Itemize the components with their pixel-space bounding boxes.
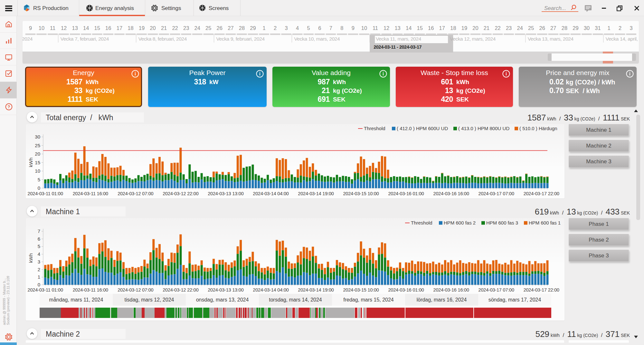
svg-text:2024-03-17 22:00: 2024-03-17 22:00 (524, 287, 559, 292)
svg-text:2024-03-11 01:00: 2024-03-11 01:00 (28, 287, 63, 292)
svg-text:2024-03-16 16:00: 2024-03-16 16:00 (433, 287, 469, 292)
svg-text:2024-03-12 07:00: 2024-03-12 07:00 (118, 287, 153, 292)
svg-text:2024-03-17 07:00: 2024-03-17 07:00 (478, 287, 514, 292)
svg-text:kWh: kWh (28, 253, 33, 263)
svg-text:1: 1 (38, 274, 40, 280)
svg-text:2024-03-16 01:00: 2024-03-16 01:00 (388, 287, 424, 292)
svg-text:2024-03-15 10:00: 2024-03-15 10:00 (343, 287, 379, 292)
svg-text:tisdag, mars 12, 2024: tisdag, mars 12, 2024 (125, 297, 174, 302)
svg-text:0: 0 (38, 282, 40, 287)
svg-text:torsdag, mars 14, 2024: torsdag, mars 14, 2024 (269, 297, 322, 302)
svg-text:söndag, mars 17, 2024: söndag, mars 17, 2024 (488, 297, 541, 302)
svg-text:Threshold: Threshold (411, 220, 432, 225)
svg-text:lördag, mars 16, 2024: lördag, mars 16, 2024 (417, 297, 467, 302)
svg-text:HPM 600 fas 3: HPM 600 fas 3 (486, 220, 518, 225)
svg-text:2024-03-11 16:00: 2024-03-11 16:00 (73, 287, 108, 292)
svg-text:6: 6 (38, 236, 40, 242)
svg-text:2024-03-13 13:00: 2024-03-13 13:00 (208, 287, 243, 292)
svg-text:5: 5 (38, 244, 40, 249)
svg-text:2024-03-12 22:00: 2024-03-12 22:00 (163, 287, 198, 292)
svg-text:4: 4 (38, 251, 40, 257)
svg-text:7: 7 (38, 228, 40, 234)
svg-text:2024-03-14 04:00: 2024-03-14 04:00 (253, 287, 289, 292)
svg-text:fredag, mars 15, 2024: fredag, mars 15, 2024 (343, 297, 394, 302)
svg-text:2024-03-14 19:00: 2024-03-14 19:00 (298, 287, 334, 292)
svg-text:måndag, mars 11, 2024: måndag, mars 11, 2024 (49, 297, 103, 302)
svg-text:HPM 600 fas 2: HPM 600 fas 2 (444, 220, 476, 225)
svg-text:HPM 600 fas 1: HPM 600 fas 1 (529, 220, 561, 225)
svg-text:2: 2 (38, 267, 40, 272)
svg-text:onsdag, mars 13, 2024: onsdag, mars 13, 2024 (196, 297, 249, 302)
svg-text:3: 3 (38, 259, 40, 264)
